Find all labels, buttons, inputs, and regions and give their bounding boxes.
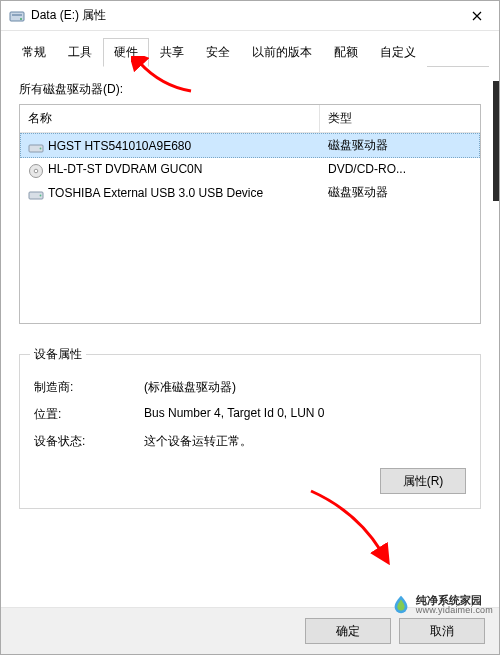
watermark: 纯净系统家园 www.yidaimei.com [390,594,493,616]
device-name: HGST HTS541010A9E680 [48,139,191,153]
tab-4[interactable]: 安全 [195,38,241,67]
properties-dialog: Data (E:) 属性 常规工具硬件共享安全以前的版本配额自定义 所有磁盘驱动… [0,0,500,655]
hard-drive-icon [28,187,44,199]
titlebar: Data (E:) 属性 [1,1,499,31]
group-title: 设备属性 [30,346,86,363]
drive-icon [9,8,25,24]
tab-5[interactable]: 以前的版本 [241,38,323,67]
location-value: Bus Number 4, Target Id 0, LUN 0 [144,406,466,423]
manufacturer-label: 制造商: [34,379,144,396]
svg-point-4 [40,147,42,149]
list-header: 名称 类型 [20,105,480,133]
decorative-strip [493,81,499,201]
svg-point-8 [40,194,42,196]
device-name: TOSHIBA External USB 3.0 USB Device [48,186,263,200]
tab-6[interactable]: 配额 [323,38,369,67]
status-label: 设备状态: [34,433,144,450]
hard-drive-icon [28,140,44,152]
drive-list-label: 所有磁盘驱动器(D): [19,81,481,98]
window-title: Data (E:) 属性 [31,7,454,24]
tab-3[interactable]: 共享 [149,38,195,67]
svg-point-6 [34,169,38,173]
device-properties-button[interactable]: 属性(R) [380,468,466,494]
watermark-logo-icon [390,594,412,616]
column-name[interactable]: 名称 [20,105,320,132]
manufacturer-value: (标准磁盘驱动器) [144,379,466,396]
close-icon [472,11,482,21]
device-name: HL-DT-ST DVDRAM GUC0N [48,162,202,176]
column-type[interactable]: 类型 [320,105,480,132]
device-type: DVD/CD-RO... [320,160,480,178]
list-item[interactable]: TOSHIBA External USB 3.0 USB Device磁盘驱动器 [20,180,480,205]
svg-rect-0 [10,12,24,21]
location-label: 位置: [34,406,144,423]
hardware-tab-page: 所有磁盘驱动器(D): 名称 类型 HGST HTS541010A9E680磁盘… [1,67,499,607]
watermark-url: www.yidaimei.com [416,606,493,616]
tab-7[interactable]: 自定义 [369,38,427,67]
close-button[interactable] [454,1,499,30]
svg-point-2 [20,18,22,20]
device-properties-group: 设备属性 制造商: (标准磁盘驱动器) 位置: Bus Number 4, Ta… [19,354,481,509]
device-type: 磁盘驱动器 [320,135,480,156]
drive-list[interactable]: 名称 类型 HGST HTS541010A9E680磁盘驱动器HL-DT-ST … [19,104,481,324]
cancel-button[interactable]: 取消 [399,618,485,644]
list-item[interactable]: HGST HTS541010A9E680磁盘驱动器 [20,133,480,158]
status-value: 这个设备运转正常。 [144,433,466,450]
list-body: HGST HTS541010A9E680磁盘驱动器HL-DT-ST DVDRAM… [20,133,480,323]
tab-0[interactable]: 常规 [11,38,57,67]
optical-drive-icon [28,163,44,175]
tab-2[interactable]: 硬件 [103,38,149,67]
tab-strip: 常规工具硬件共享安全以前的版本配额自定义 [1,31,499,67]
ok-button[interactable]: 确定 [305,618,391,644]
svg-rect-1 [12,14,22,16]
list-item[interactable]: HL-DT-ST DVDRAM GUC0NDVD/CD-RO... [20,158,480,180]
device-type: 磁盘驱动器 [320,182,480,203]
tab-1[interactable]: 工具 [57,38,103,67]
